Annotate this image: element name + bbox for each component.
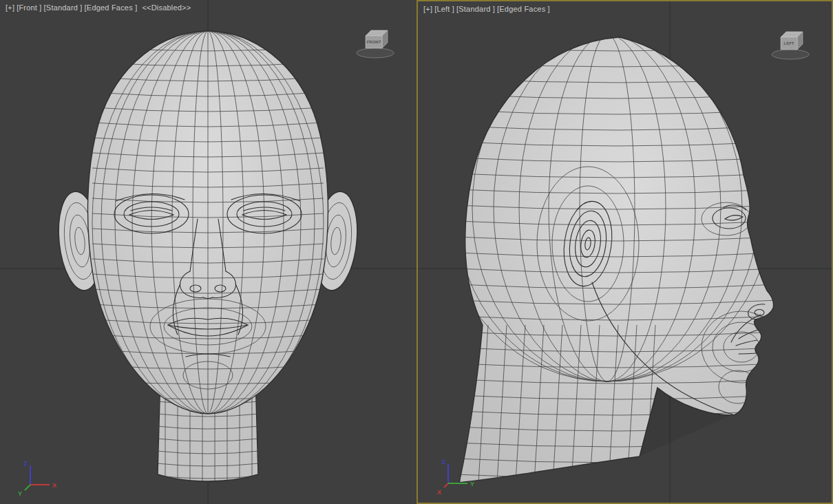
viewport-menu-general[interactable]: [+] xyxy=(6,3,14,12)
axis-label-y: Y xyxy=(470,481,474,487)
viewport-menu-renderer[interactable]: [Standard ] xyxy=(44,3,83,12)
viewport-label: [+][Front ][Standard ][Edged Faces ]<<Di… xyxy=(6,3,193,12)
viewport-left[interactable]: [+][Left ][Standard ][Edged Faces ] xyxy=(416,0,833,504)
viewcube[interactable]: LEFT xyxy=(768,26,812,61)
viewport-front[interactable]: [+][Front ][Standard ][Edged Faces ]<<Di… xyxy=(0,0,416,504)
viewport-layout: [+][Front ][Standard ][Edged Faces ]<<Di… xyxy=(0,0,833,504)
viewport-label: [+][Left ][Standard ][Edged Faces ] xyxy=(423,5,557,13)
viewcube[interactable]: FRONT xyxy=(353,25,397,59)
viewcube-face-label: LEFT xyxy=(784,41,794,45)
axis-label-z: Z xyxy=(24,460,28,467)
viewport-status-disabled: <<Disabled>> xyxy=(142,3,191,12)
axis-label-x: X xyxy=(437,489,441,496)
axis-tripod: Z Y X xyxy=(428,459,483,497)
viewcube-ring[interactable] xyxy=(357,48,394,58)
viewcube-ring[interactable] xyxy=(772,50,809,59)
viewport-menu-shading[interactable]: [Edged Faces ] xyxy=(85,3,138,12)
axis-label-z: Z xyxy=(442,459,446,465)
viewport-menu-pov[interactable]: [Front ] xyxy=(17,3,41,12)
axis-label-y: Y xyxy=(18,490,22,497)
viewport-menu-general[interactable]: [+] xyxy=(423,5,432,13)
viewport-menu-pov[interactable]: [Left ] xyxy=(434,5,454,13)
head-mesh-side[interactable] xyxy=(418,1,832,503)
axis-label-x: X xyxy=(52,482,56,489)
axis-tripod: Z X Y xyxy=(10,460,65,498)
viewcube-face-label: FRONT xyxy=(367,40,381,44)
viewport-menu-renderer[interactable]: [Standard ] xyxy=(456,5,495,13)
head-mesh-front[interactable] xyxy=(0,0,416,504)
viewport-menu-shading[interactable]: [Edged Faces ] xyxy=(497,5,550,13)
